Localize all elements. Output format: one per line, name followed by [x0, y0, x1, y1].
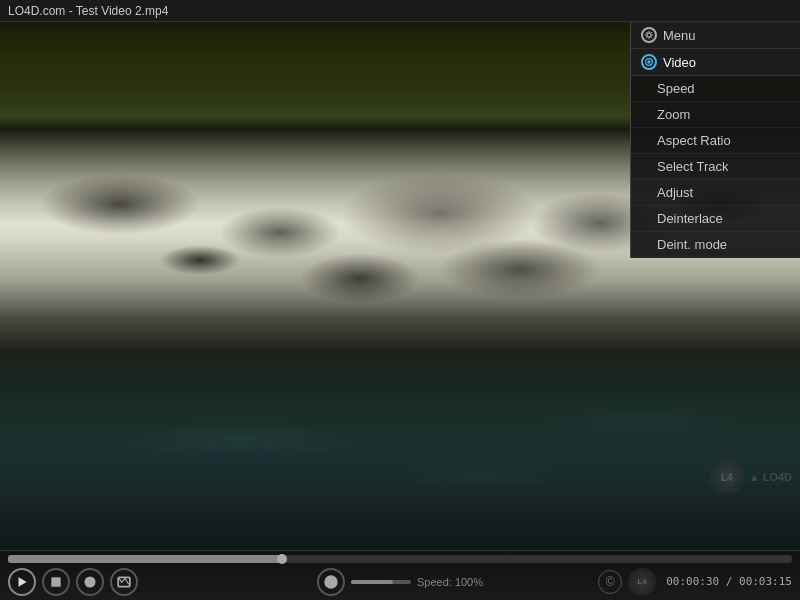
sea-shimmer — [0, 365, 800, 550]
copyright-button[interactable]: © — [598, 570, 622, 594]
speed-slider[interactable] — [351, 580, 411, 584]
stop-button[interactable] — [42, 568, 70, 596]
menu-item-select-track[interactable]: Select Track — [631, 154, 800, 180]
context-menu: Menu Video Speed Zoom Aspect Ratio Selec… — [630, 22, 800, 258]
progress-bar[interactable] — [8, 555, 792, 563]
speed-label: Speed: 100% — [417, 576, 483, 588]
video-icon — [641, 54, 657, 70]
speed-slider-fill — [351, 580, 393, 584]
menu-item-aspect-ratio[interactable]: Aspect Ratio — [631, 128, 800, 154]
logo-area: L4 — [628, 568, 660, 596]
progress-handle[interactable] — [277, 554, 287, 564]
title-bar: LO4D.com - Test Video 2.mp4 — [0, 0, 800, 22]
bottom-logo: L4 — [628, 568, 656, 596]
controls-row: Speed: 100% © L4 00:00:30 / 00:03:15 — [8, 567, 792, 596]
controls-bar: Speed: 100% © L4 00:00:30 / 00:03:15 — [0, 550, 800, 600]
play-button[interactable] — [8, 568, 36, 596]
fullscreen-button[interactable] — [76, 568, 104, 596]
watermark-circle: L4 — [709, 459, 745, 495]
menu-center-button[interactable] — [317, 568, 345, 596]
left-controls — [8, 568, 138, 596]
svg-point-0 — [647, 33, 651, 37]
menu-item-deint-mode[interactable]: Deint. mode — [631, 232, 800, 258]
video-header[interactable]: Video — [631, 49, 800, 76]
menu-item-deinterlace[interactable]: Deinterlace — [631, 206, 800, 232]
right-controls: © L4 00:00:30 / 00:03:15 — [598, 568, 792, 596]
menu-item-zoom[interactable]: Zoom — [631, 102, 800, 128]
center-controls: Speed: 100% — [317, 568, 483, 596]
menu-header[interactable]: Menu — [631, 22, 800, 49]
watermark: L4 ▲ LO4D — [709, 459, 792, 495]
svg-marker-3 — [19, 577, 27, 586]
watermark-text: ▲ LO4D — [749, 471, 792, 483]
gear-icon — [641, 27, 657, 43]
svg-rect-4 — [51, 577, 60, 586]
video-header-label: Video — [663, 55, 696, 70]
progress-fill — [8, 555, 282, 563]
menu-item-adjust[interactable]: Adjust — [631, 180, 800, 206]
menu-header-label: Menu — [663, 28, 696, 43]
time-display: 00:00:30 / 00:03:15 — [666, 575, 792, 588]
window-title: LO4D.com - Test Video 2.mp4 — [8, 4, 168, 18]
menu-item-speed[interactable]: Speed — [631, 76, 800, 102]
record-button[interactable] — [110, 568, 138, 596]
svg-point-2 — [647, 60, 650, 63]
